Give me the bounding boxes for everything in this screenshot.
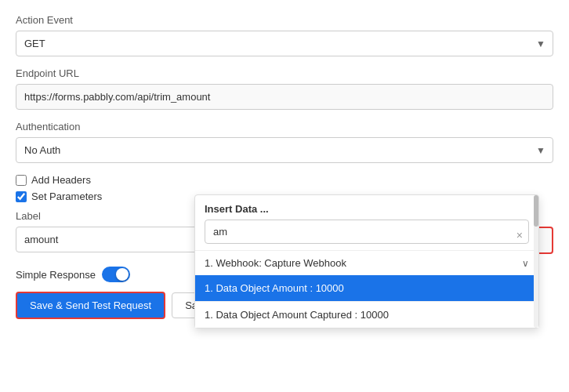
scrollbar-track <box>534 195 538 328</box>
action-event-select[interactable]: GET <box>16 31 553 56</box>
authentication-section: Authentication No Auth ▼ <box>16 121 553 163</box>
toggle-knob <box>116 268 129 281</box>
label-input-wrapper: ← <box>16 227 204 252</box>
endpoint-url-label: Endpoint URL <box>16 67 553 79</box>
authentication-select-wrapper: No Auth ▼ <box>16 137 553 163</box>
authentication-select[interactable]: No Auth <box>16 137 553 163</box>
simple-response-toggle[interactable] <box>102 267 130 282</box>
search-clear-icon[interactable]: × <box>516 229 523 241</box>
label-column: Label ← <box>16 210 204 252</box>
set-parameters-label: Set Parameters <box>31 191 102 202</box>
set-parameters-checkbox[interactable] <box>16 191 27 202</box>
dropdown-item-0[interactable]: 1. Data Object Amount : 10000 <box>195 275 538 301</box>
insert-data-header: Insert Data ... <box>195 195 538 220</box>
save-send-button[interactable]: Save & Send Test Request <box>16 292 165 319</box>
webhook-section-header[interactable]: 1. Webhook: Capture Webhook ∨ <box>195 250 538 275</box>
action-event-select-wrapper: GET ▼ <box>16 31 553 56</box>
endpoint-url-input[interactable] <box>16 84 553 110</box>
add-headers-row: Add Headers <box>16 174 553 186</box>
scrollbar-thumb[interactable] <box>534 195 538 227</box>
dropdown-item-1[interactable]: 1. Data Object Amount Captured : 10000 <box>195 301 538 328</box>
action-event-section: Action Event GET ▼ <box>16 14 553 56</box>
add-headers-checkbox[interactable] <box>16 175 27 186</box>
page-wrapper: Action Event GET ▼ Endpoint URL Authenti… <box>0 0 569 333</box>
chevron-down-icon: ∨ <box>522 258 529 269</box>
insert-data-dropdown: Insert Data ... × 1. Webhook: Capture We… <box>194 194 539 328</box>
label-input[interactable] <box>16 227 204 252</box>
simple-response-label: Simple Response <box>16 269 96 281</box>
add-headers-label: Add Headers <box>31 174 91 186</box>
label-column-header: Label <box>16 210 204 222</box>
endpoint-url-section: Endpoint URL <box>16 67 553 121</box>
authentication-label: Authentication <box>16 121 553 132</box>
webhook-title: 1. Webhook: Capture Webhook <box>205 257 346 269</box>
search-box-wrapper: × <box>195 220 538 250</box>
dropdown-search-input[interactable] <box>205 220 529 244</box>
action-event-label: Action Event <box>16 14 553 26</box>
